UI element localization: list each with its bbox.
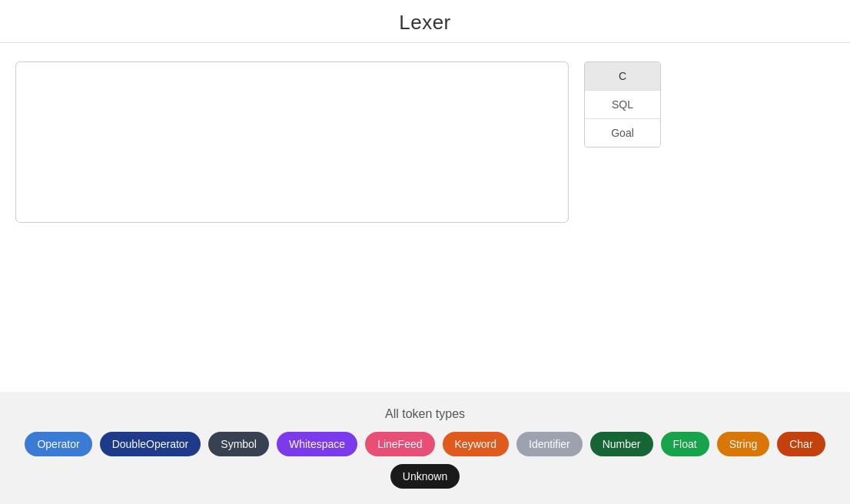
token-chip-char: Char <box>777 432 825 456</box>
token-legend-area: All token types OperatorDoubleOperatorSy… <box>0 392 850 504</box>
token-chip-identifier: Identifier <box>516 432 583 456</box>
main-content: CSQLGoal <box>0 43 850 223</box>
lang-option-sql[interactable]: SQL <box>585 91 660 119</box>
token-chip-doubleoperator: DoubleOperator <box>100 432 201 456</box>
token-chip-symbol: Symbol <box>208 432 269 456</box>
token-legend-title: All token types <box>385 407 465 421</box>
token-chip-string: String <box>717 432 770 456</box>
token-chip-whitespace: Whitespace <box>277 432 357 456</box>
token-chip-unknown: Unknown <box>390 464 460 489</box>
lang-selector: CSQLGoal <box>584 61 661 148</box>
token-chip-keyword: Keyword <box>443 432 509 456</box>
token-chip-operator: Operator <box>25 432 91 456</box>
token-chips: OperatorDoubleOperatorSymbolWhitespaceLi… <box>0 432 850 489</box>
token-chip-number: Number <box>590 432 653 456</box>
token-chip-float: Float <box>661 432 709 456</box>
code-input[interactable] <box>15 61 569 223</box>
lang-option-c[interactable]: C <box>585 62 660 91</box>
page-title: Lexer <box>399 11 451 35</box>
header: Lexer <box>0 0 850 43</box>
lang-option-goal[interactable]: Goal <box>585 119 660 147</box>
token-chip-linefeed: LineFeed <box>365 432 434 456</box>
